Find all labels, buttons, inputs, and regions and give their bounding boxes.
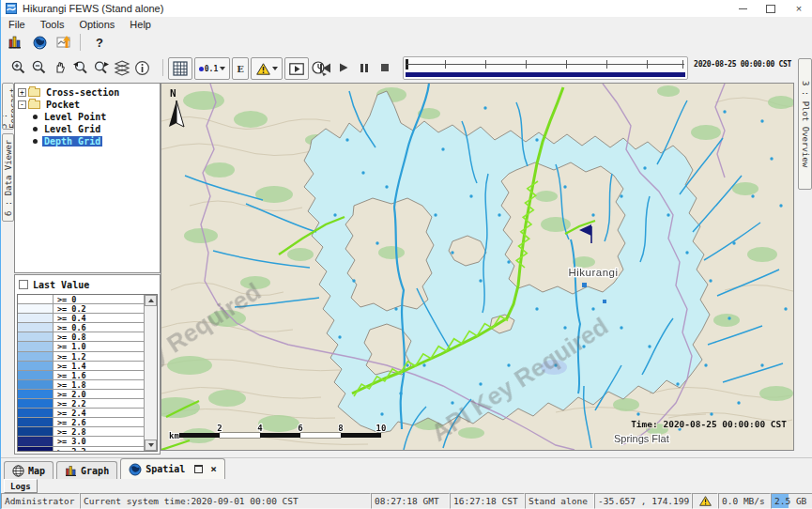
legend-color-swatch [18, 304, 54, 313]
application-window: Hikurangi FEWS (Stand alone) × File Tool… [0, 0, 812, 509]
time-span-bar [406, 72, 685, 77]
forecast-manager-button[interactable] [5, 32, 25, 53]
legend-row-label: >= 3.0 [54, 437, 86, 445]
close-icon: × [796, 3, 802, 14]
label-toggle-button[interactable]: E [232, 57, 249, 80]
legend-row[interactable]: >= 1.2 [18, 352, 144, 362]
legend-row[interactable]: >= 3.0 [18, 437, 144, 446]
legend-row[interactable]: >= 3.2 [18, 447, 144, 452]
legend-row-label: >= 1.2 [54, 352, 86, 361]
legend-row[interactable]: >= 1.6 [18, 371, 144, 380]
map-time-label: Time: 2020-08-25 00:00:00 CST [631, 419, 787, 429]
legend-row[interactable]: >= 2.8 [18, 427, 144, 437]
legend-row-label: >= 1.6 [54, 371, 86, 379]
legend-row[interactable]: >= 0 [18, 295, 144, 304]
label-toggle-glyph: E [237, 64, 244, 74]
app-icon [6, 3, 17, 14]
scroll-up-button[interactable] [145, 295, 157, 306]
info-button[interactable] [134, 57, 150, 78]
legend-color-swatch [18, 437, 54, 445]
menu-tools[interactable]: Tools [33, 17, 72, 32]
tree-node-level-grid[interactable]: Level Grid [18, 123, 160, 134]
classbreak-scale-dropdown[interactable]: 0.1 [194, 57, 230, 80]
zoom-previous-button[interactable] [72, 57, 89, 78]
legend-panel: Last Value >= 0>= 0.2>= 0.4>= 0.6>= 0.8>… [14, 274, 161, 455]
legend-color-swatch [18, 380, 54, 389]
bar-chart-icon [65, 465, 77, 476]
svg-text:8: 8 [338, 424, 343, 433]
tab-spatial[interactable]: Spatial × [120, 458, 225, 479]
svg-text:4: 4 [257, 424, 263, 433]
status-bar: Administrator Current system time:2020-0… [1, 493, 812, 509]
tab-graph[interactable]: Graph [56, 461, 117, 479]
bullet-icon [33, 127, 38, 131]
folder-icon [28, 100, 40, 109]
map-display-button[interactable] [29, 32, 50, 53]
legend-row[interactable]: >= 2.2 [18, 399, 144, 409]
tree-node-label: Pocket [44, 100, 82, 110]
sidebar-tab-data-viewer[interactable]: 6 : Data Viewer [2, 133, 14, 222]
legend-row[interactable]: >= 0.2 [18, 304, 144, 314]
legend-row[interactable]: >= 2.6 [18, 418, 144, 427]
help-button[interactable]: ? [86, 36, 113, 50]
layers-button[interactable] [114, 57, 130, 78]
menu-bar: File Tools Options Help [1, 17, 812, 32]
movie-icon [289, 63, 304, 75]
zoom-out-icon [31, 59, 48, 76]
legend-row[interactable]: >= 2.0 [18, 390, 144, 399]
tree-node-level-point[interactable]: Level Point [18, 111, 160, 122]
panel-tab-bar: Map Graph Spatial × [1, 457, 812, 479]
menu-help[interactable]: Help [122, 17, 159, 32]
status-warning[interactable] [692, 493, 718, 509]
time-series-button[interactable] [54, 32, 74, 53]
last-value-checkbox[interactable] [19, 280, 28, 289]
time-slider-track [406, 64, 684, 65]
zoom-in-button[interactable] [10, 57, 27, 78]
step-back-button[interactable] [316, 57, 333, 78]
zoom-out-button[interactable] [31, 57, 48, 78]
menu-file[interactable]: File [1, 17, 33, 32]
sidebar-tab-forecast[interactable]: 5 : Forecast [2, 83, 14, 130]
status-memory[interactable]: 2.5 GB [771, 493, 812, 509]
map-view[interactable]: API Key Required API Key Required Hikura… [161, 83, 794, 451]
scale-value: 0.1 [205, 65, 218, 73]
legend-row[interactable]: >= 2.4 [18, 409, 144, 418]
zoom-previous-icon [72, 59, 89, 76]
tree-expander-icon[interactable]: - [18, 100, 26, 109]
minimize-button[interactable] [728, 0, 757, 17]
panel-restore-icon[interactable] [194, 465, 203, 473]
tree-node-pocket[interactable]: -Pocket [18, 99, 160, 110]
grid-display-button[interactable] [168, 57, 192, 80]
panel-close-icon[interactable]: × [210, 463, 217, 475]
status-system-time: Current system time:2020-09-01 00:00 CST [80, 493, 371, 509]
maximize-button[interactable] [757, 0, 785, 17]
layer-tree-panel: +Cross-section-PocketLevel PointLevel Gr… [14, 83, 161, 273]
zoom-next-button[interactable] [93, 57, 110, 78]
animation-button[interactable] [284, 57, 309, 80]
legend-row[interactable]: >= 0.6 [18, 323, 144, 332]
legend-scrollbar[interactable] [144, 295, 157, 451]
legend-row[interactable]: >= 1.8 [18, 380, 144, 390]
menu-options[interactable]: Options [71, 17, 122, 32]
legend-row[interactable]: >= 0.8 [18, 332, 144, 342]
logs-row: Logs [1, 479, 812, 493]
logs-button[interactable]: Logs [4, 479, 38, 493]
time-slider[interactable] [403, 56, 688, 80]
svg-text:6: 6 [298, 424, 302, 433]
tab-map[interactable]: Map [4, 461, 54, 479]
scroll-down-button[interactable] [145, 440, 157, 451]
sidebar-tab-plot-overview[interactable]: 3 : Plot Overview [798, 58, 812, 190]
tree-node-depth-grid[interactable]: Depth Grid [18, 135, 160, 147]
close-button[interactable]: × [785, 0, 812, 17]
pause-button[interactable] [356, 57, 373, 78]
thresholds-dropdown[interactable] [251, 57, 283, 80]
legend-row[interactable]: >= 1.0 [18, 342, 144, 351]
tree-node-cross-section[interactable]: +Cross-section [18, 86, 160, 98]
play-button[interactable] [335, 57, 352, 78]
pan-button[interactable] [52, 57, 69, 78]
stop-button[interactable] [376, 57, 393, 78]
legend-row[interactable]: >= 0.4 [18, 314, 144, 323]
legend-color-swatch [18, 352, 54, 361]
tree-expander-icon[interactable]: + [18, 88, 26, 97]
legend-row[interactable]: >= 1.4 [18, 362, 144, 371]
